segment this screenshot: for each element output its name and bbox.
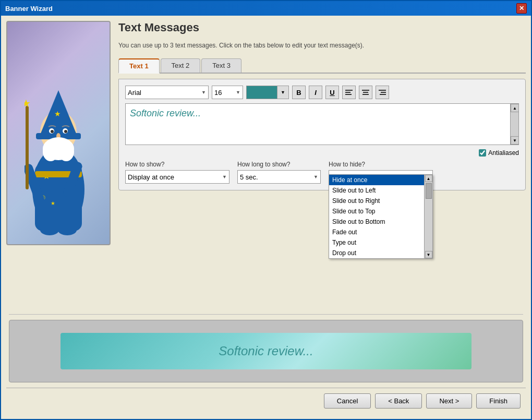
how-long-label: How long to show? (237, 161, 321, 168)
svg-text:★: ★ (25, 98, 31, 109)
tab-content: Arial Times New Roman Verdana Courier Ne… (118, 79, 526, 190)
scroll-up-button[interactable]: ▲ (511, 104, 519, 112)
dropdown-item-slide-right[interactable]: Slide out to Right (329, 196, 424, 206)
main-window: Banner Wizard ✕ ★ ★ ★ ☽ ☽ (0, 0, 532, 420)
svg-point-25 (58, 225, 77, 235)
back-button[interactable]: < Back (375, 393, 422, 409)
dropdown-item-type-out[interactable]: Type out (329, 237, 424, 248)
finish-button[interactable]: Finish (476, 393, 521, 409)
cancel-button[interactable]: Cancel (324, 393, 371, 409)
title-bar: Banner Wizard ✕ (1, 1, 531, 16)
underline-button[interactable]: U (325, 86, 339, 99)
svg-rect-21 (26, 106, 29, 189)
font-select[interactable]: Arial Times New Roman Verdana Courier Ne… (125, 86, 209, 99)
svg-point-19 (58, 142, 74, 161)
svg-point-15 (64, 130, 67, 133)
svg-point-18 (43, 142, 58, 161)
wizard-svg: ★ ★ ★ ☽ ☽ ★ (25, 75, 92, 242)
dropdown-item-hide-at-once[interactable]: Hide at once (329, 175, 424, 185)
page-title: Text Messages (118, 21, 526, 34)
svg-text:★: ★ (51, 200, 55, 206)
how-to-show-select[interactable]: Display at once Slide in from Left Slide… (125, 170, 229, 184)
antialiased-checkbox[interactable] (479, 149, 486, 157)
close-button[interactable]: ✕ (516, 3, 527, 14)
how-to-hide-group: How to hide? Hide at once ▼ Hide at once… (329, 161, 433, 184)
dropdown-item-slide-top[interactable]: Slide out to Top (329, 206, 424, 217)
size-select-wrapper: 8101214 16182024 (212, 86, 243, 99)
preview-text: Softonic review... (219, 344, 313, 358)
size-select[interactable]: 8101214 16182024 (212, 86, 243, 99)
tab-text3[interactable]: Text 3 (201, 58, 241, 73)
svg-point-24 (40, 225, 59, 235)
preview-area: Softonic review... (9, 320, 523, 382)
how-to-show-wrapper: Display at once Slide in from Left Slide… (125, 170, 229, 184)
show-hide-row: How to show? Display at once Slide in fr… (125, 161, 519, 184)
italic-button[interactable]: I (309, 86, 322, 99)
tab-text2[interactable]: Text 2 (161, 58, 201, 73)
bold-button[interactable]: B (292, 86, 306, 99)
divider (9, 314, 523, 315)
window-title: Banner Wizard (5, 5, 53, 13)
content-area: ★ ★ ★ ☽ ☽ ★ (1, 16, 531, 419)
dropdown-item-fade-out[interactable]: Fade out (329, 227, 424, 237)
dropdown-scroll-up[interactable]: ▲ (425, 175, 432, 182)
align-right-button[interactable] (376, 86, 389, 99)
text-scrollbar: ▲ ▼ (510, 104, 518, 145)
right-panel: Text Messages You can use up to 3 text m… (118, 21, 526, 309)
scroll-down-button[interactable]: ▼ (511, 136, 519, 145)
dropdown-scroll-down[interactable]: ▼ (425, 251, 432, 258)
color-picker-wrapper: ▼ (246, 86, 289, 99)
dropdown-scroll-thumb[interactable] (426, 183, 432, 199)
how-to-show-label: How to show? (125, 161, 229, 168)
how-to-hide-label: How to hide? (329, 161, 433, 168)
tab-bar: Text 1 Text 2 Text 3 (118, 58, 526, 74)
how-to-hide-dropdown: Hide at once Slide out to Left Slide out… (329, 174, 433, 259)
color-dropdown-button[interactable]: ▼ (277, 86, 289, 99)
dropdown-item-slide-left[interactable]: Slide out to Left (329, 185, 424, 196)
svg-point-14 (51, 130, 54, 133)
how-long-select[interactable]: 1 sec. 2 sec. 3 sec. 4 sec. 5 sec. 10 se… (237, 170, 321, 184)
preview-banner: Softonic review... (61, 333, 471, 369)
dropdown-scrollbar: ▲ ▼ (424, 175, 432, 258)
dropdown-item-drop-out[interactable]: Drop out (329, 248, 424, 258)
dropdown-item-slide-bottom[interactable]: Slide out to Bottom (329, 217, 424, 227)
wizard-image: ★ ★ ★ ☽ ☽ ★ (6, 21, 111, 245)
antialiased-row: Antialiased (125, 149, 519, 157)
antialiased-label[interactable]: Antialiased (479, 149, 519, 157)
dropdown-list: Hide at once Slide out to Left Slide out… (329, 175, 424, 258)
svg-text:★: ★ (54, 110, 61, 118)
how-to-show-group: How to show? Display at once Slide in fr… (125, 161, 229, 184)
color-box[interactable] (246, 86, 277, 99)
next-button[interactable]: Next > (426, 393, 472, 409)
font-select-wrapper: Arial Times New Roman Verdana Courier Ne… (125, 86, 209, 99)
how-long-wrapper: 1 sec. 2 sec. 3 sec. 4 sec. 5 sec. 10 se… (237, 170, 321, 184)
text-area-wrapper: Softonic review... ▲ ▼ (125, 103, 519, 145)
bottom-bar: Cancel < Back Next > Finish (6, 388, 526, 414)
tab-text1[interactable]: Text 1 (118, 58, 160, 74)
main-area: ★ ★ ★ ☽ ☽ ★ (6, 21, 526, 309)
align-center-button[interactable] (359, 86, 372, 99)
page-description: You can use up to 3 text messages. Click… (118, 42, 526, 49)
antialiased-text: Antialiased (488, 149, 519, 157)
formatting-toolbar: Arial Times New Roman Verdana Courier Ne… (125, 86, 519, 99)
align-left-button[interactable] (342, 86, 356, 99)
how-long-group: How long to show? 1 sec. 2 sec. 3 sec. 4… (237, 161, 321, 184)
text-input[interactable]: Softonic review... (126, 104, 518, 145)
